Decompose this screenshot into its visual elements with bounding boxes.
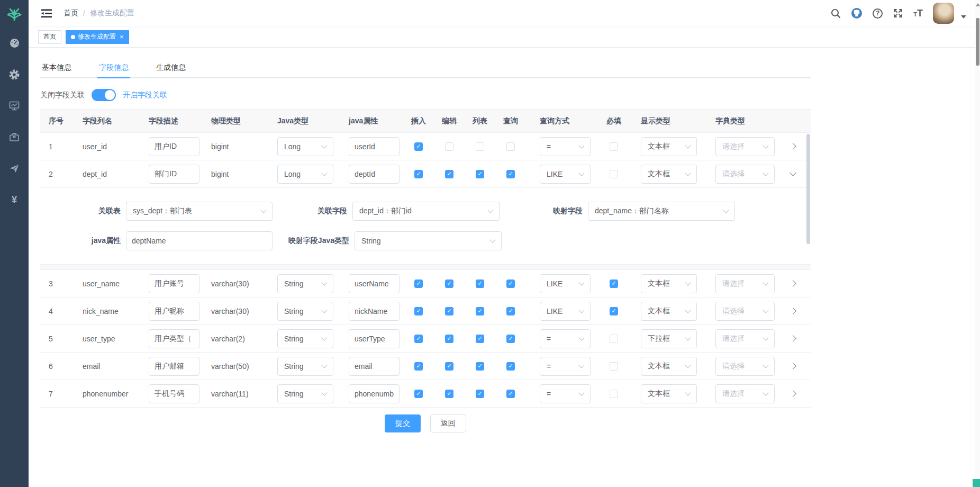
edit-checkbox[interactable] — [445, 362, 453, 371]
insert-checkbox[interactable] — [414, 170, 423, 178]
tag-current[interactable]: 修改生成配置 × — [66, 30, 129, 44]
expand-row-icon[interactable] — [790, 169, 796, 176]
map-java-type-select[interactable]: String — [355, 231, 502, 250]
column-comment-input[interactable] — [149, 384, 199, 403]
field-relation-switch[interactable] — [92, 89, 116, 101]
page-scrollbar-thumb[interactable] — [976, 18, 979, 66]
java-type-select[interactable]: String — [277, 357, 333, 376]
query-checkbox[interactable] — [506, 335, 515, 343]
tab-field-info[interactable]: 字段信息 — [97, 57, 130, 77]
insert-checkbox[interactable] — [414, 279, 423, 288]
query-type-select[interactable]: LIKE — [540, 274, 591, 293]
expand-row-icon[interactable] — [790, 143, 796, 150]
collapse-menu-icon[interactable] — [41, 9, 52, 18]
query-checkbox[interactable] — [506, 170, 515, 178]
user-menu-caret-icon[interactable] — [961, 15, 966, 19]
list-checkbox[interactable] — [476, 390, 484, 398]
required-checkbox[interactable] — [610, 142, 618, 151]
edit-checkbox[interactable] — [445, 142, 453, 151]
java-field-input[interactable] — [349, 165, 400, 184]
insert-checkbox[interactable] — [414, 390, 423, 398]
table-scrollbar-thumb[interactable] — [806, 134, 810, 244]
java-type-select[interactable]: String — [277, 329, 333, 348]
tab-gen-info[interactable]: 生成信息 — [155, 57, 187, 77]
fullscreen-icon[interactable] — [893, 8, 903, 19]
insert-checkbox[interactable] — [414, 335, 423, 343]
insert-checkbox[interactable] — [414, 142, 423, 151]
required-checkbox[interactable] — [610, 390, 618, 398]
sidebar-item-pay[interactable]: ¥ — [0, 184, 29, 215]
dict-type-select[interactable]: 请选择 — [715, 384, 775, 403]
html-type-select[interactable]: 文本框 — [641, 302, 697, 321]
edit-checkbox[interactable] — [445, 335, 453, 343]
edit-checkbox[interactable] — [445, 279, 453, 288]
list-checkbox[interactable] — [476, 335, 484, 343]
dict-type-select[interactable]: 请选择 — [715, 357, 775, 376]
html-type-select[interactable]: 文本框 — [641, 137, 697, 156]
query-checkbox[interactable] — [506, 142, 515, 151]
required-checkbox[interactable] — [610, 335, 618, 343]
avatar[interactable] — [933, 3, 954, 24]
edit-checkbox[interactable] — [445, 170, 453, 178]
column-comment-input[interactable] — [149, 302, 199, 321]
html-type-select[interactable]: 文本框 — [641, 165, 697, 184]
expand-row-icon[interactable] — [790, 390, 796, 397]
dict-type-select[interactable]: 请选择 — [715, 329, 775, 348]
font-size-icon[interactable]: TT — [913, 8, 923, 18]
query-checkbox[interactable] — [506, 279, 515, 288]
expand-row-icon[interactable] — [790, 363, 796, 369]
tag-home[interactable]: 首页 — [38, 30, 61, 44]
github-icon[interactable] — [851, 7, 863, 19]
expand-row-icon[interactable] — [790, 308, 796, 314]
list-checkbox[interactable] — [476, 142, 484, 151]
query-type-select[interactable]: LIKE — [540, 302, 591, 321]
tag-close-icon[interactable]: × — [120, 33, 124, 41]
dict-type-select[interactable]: 请选择 — [715, 165, 775, 184]
scrollbar-up-arrow-icon[interactable] — [976, 3, 980, 6]
html-type-select[interactable]: 文本框 — [641, 357, 697, 376]
dict-type-select[interactable]: 请选择 — [715, 302, 775, 321]
sidebar-item-dashboard[interactable] — [0, 28, 29, 59]
java-field-input[interactable] — [349, 274, 400, 293]
relation-table-select[interactable]: sys_dept：部门表 — [126, 202, 273, 221]
list-checkbox[interactable] — [476, 362, 484, 371]
list-checkbox[interactable] — [476, 170, 484, 178]
java-type-select[interactable]: String — [277, 274, 333, 293]
html-type-select[interactable]: 文本框 — [641, 274, 697, 293]
edit-checkbox[interactable] — [445, 307, 453, 315]
sidebar-item-deploy[interactable] — [0, 152, 29, 184]
insert-checkbox[interactable] — [414, 362, 423, 371]
app-logo[interactable] — [0, 0, 29, 28]
column-comment-input[interactable] — [149, 274, 199, 293]
search-icon[interactable] — [831, 8, 841, 19]
query-type-select[interactable]: LIKE — [540, 165, 591, 184]
java-field-input[interactable] — [349, 357, 400, 376]
java-field-input[interactable] — [349, 329, 400, 348]
required-checkbox[interactable] — [610, 279, 618, 288]
dict-type-select[interactable]: 请选择 — [715, 274, 775, 293]
dict-type-select[interactable]: 请选择 — [715, 137, 775, 156]
relation-field-select[interactable]: dept_id：部门id — [352, 202, 500, 221]
sidebar-item-monitor[interactable] — [0, 90, 29, 121]
java-field-input[interactable] — [349, 137, 400, 156]
expand-row-icon[interactable] — [790, 335, 796, 342]
java-type-select[interactable]: String — [277, 302, 333, 321]
query-type-select[interactable]: = — [540, 384, 591, 403]
edit-checkbox[interactable] — [445, 390, 453, 398]
java-field-input[interactable] — [349, 384, 400, 403]
html-type-select[interactable]: 文本框 — [641, 384, 697, 403]
java-type-select[interactable]: Long — [277, 137, 333, 156]
map-field-select[interactable]: dept_name：部门名称 — [588, 202, 735, 221]
help-icon[interactable]: ? — [873, 8, 883, 19]
column-comment-input[interactable] — [149, 137, 199, 156]
column-comment-input[interactable] — [149, 165, 199, 184]
column-comment-input[interactable] — [149, 357, 199, 376]
breadcrumb-home[interactable]: 首页 — [63, 8, 78, 18]
insert-checkbox[interactable] — [414, 307, 423, 315]
submit-button[interactable]: 提交 — [385, 414, 421, 432]
list-checkbox[interactable] — [476, 307, 484, 315]
java-type-select[interactable]: String — [277, 384, 333, 403]
required-checkbox[interactable] — [610, 307, 618, 315]
query-checkbox[interactable] — [506, 390, 515, 398]
sidebar-item-system[interactable] — [0, 59, 29, 90]
